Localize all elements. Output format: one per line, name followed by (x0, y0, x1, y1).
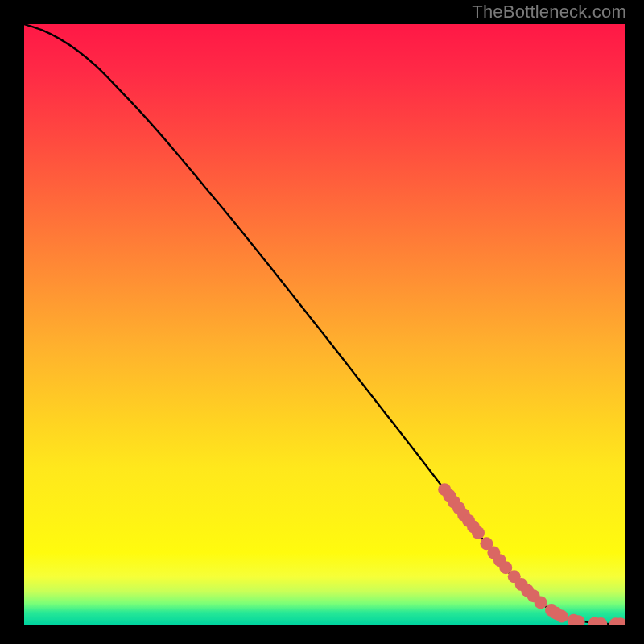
chart-curve (24, 24, 625, 624)
chart-marker (535, 596, 547, 609)
chart-stage: TheBottleneck.com (0, 0, 644, 644)
watermark-text: TheBottleneck.com (472, 2, 626, 23)
chart-marker (555, 610, 568, 623)
chart-overlay (24, 24, 625, 625)
plot-area (24, 24, 625, 625)
chart-markers (438, 483, 625, 625)
chart-marker (472, 526, 485, 539)
